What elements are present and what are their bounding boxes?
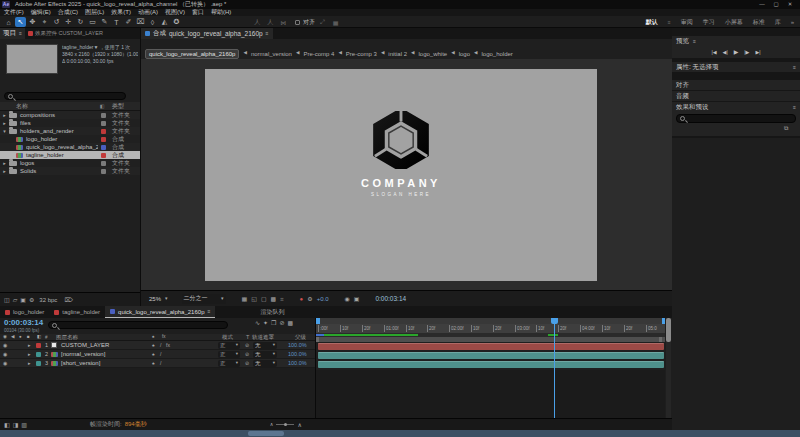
panel-menu-icon[interactable]: ≡ (793, 65, 796, 70)
work-area-start-handle[interactable] (316, 337, 319, 342)
layer-name[interactable]: [short_version] (61, 360, 100, 366)
quality-slash-icon[interactable]: / (160, 352, 161, 357)
timeline-zoom-slider[interactable] (276, 424, 294, 425)
brush-tool[interactable]: ✐ (123, 17, 134, 27)
mode-dropdown[interactable]: 正 ▾ (218, 360, 240, 367)
workspace-menu-icon[interactable]: ≡ (668, 20, 671, 25)
mode-dropdown[interactable]: 正 ▾ (218, 351, 240, 358)
timeline-tab-tagline-holder[interactable]: tagline_holder (49, 306, 105, 318)
puppet-pin-tool[interactable]: ✪ (171, 17, 182, 27)
channel-icon[interactable]: ● (300, 296, 304, 302)
quality-slash-icon[interactable]: / (160, 343, 161, 348)
twirl-icon[interactable]: ▸ (28, 343, 31, 348)
breadcrumb-item[interactable]: Pre-comp 3 (346, 51, 377, 57)
maximize-button[interactable]: ▢ (770, 1, 782, 8)
current-timecode[interactable]: 0:00:03:14 (4, 318, 43, 327)
pan-camera-tool[interactable]: ✛ (63, 17, 74, 27)
home-icon[interactable]: ⌂ (3, 17, 14, 27)
workspace-tab-default[interactable]: 默认 (646, 18, 658, 27)
label-chip[interactable] (101, 113, 106, 118)
bottom-bar-thumb[interactable] (248, 431, 284, 436)
track-matte-dropdown[interactable]: 无 ▾ (253, 342, 277, 349)
transparency-grid-icon[interactable]: ▩ (271, 296, 277, 302)
trash-icon[interactable]: ⌦ (64, 297, 72, 303)
audio-panel-header[interactable]: 音频 (672, 91, 800, 101)
layer-row-3[interactable]: ◉ ▸ 3 [short_version] ♠ / 正 ▾ ⊘ 无 ▾ 100.… (0, 359, 315, 368)
eye-toggle[interactable]: ◉ (3, 352, 7, 357)
quality-slash-icon[interactable]: / (160, 361, 161, 366)
region-of-interest-icon[interactable]: ▢ (261, 296, 267, 302)
play-button[interactable]: ▶ (734, 49, 739, 55)
guides-options-icon[interactable]: ⌗ (280, 296, 283, 302)
layer-bar-2[interactable] (318, 352, 664, 359)
twirl-icon[interactable]: ▸ (28, 352, 31, 357)
person-icon[interactable]: 人 (265, 17, 276, 27)
viewer-canvas[interactable]: COMPANY SLOGAN HERE (141, 59, 672, 290)
layer-name[interactable]: [normal_version] (61, 351, 105, 357)
mask-group-icon[interactable]: ⋈ (278, 17, 289, 27)
panel-menu-icon[interactable]: ≡ (266, 31, 269, 36)
column-type[interactable]: 类型 (112, 102, 124, 111)
project-search-input[interactable] (4, 92, 126, 100)
draft-3d-icon[interactable]: ✦ (263, 320, 268, 326)
eraser-tool[interactable]: ◊ (147, 17, 158, 27)
previous-frame-button[interactable]: ◀| (723, 50, 728, 55)
clone-stamp-tool[interactable]: ⌧ (135, 17, 146, 27)
label-chip[interactable] (101, 129, 106, 134)
close-button[interactable]: ✕ (784, 1, 796, 8)
label-chip[interactable] (101, 137, 106, 142)
tab-composition-viewer[interactable]: 合成 quick_logo_reveal_alpha_2160p ≡ (141, 28, 273, 39)
hand-tool[interactable]: ✥ (27, 17, 38, 27)
mask-shape-tool[interactable]: ▭ (87, 17, 98, 27)
eye-toggle[interactable]: ◉ (3, 343, 7, 348)
snap-label[interactable]: 对齐 (303, 18, 315, 27)
viewer-current-time[interactable]: 0:00:03:14 (375, 295, 406, 302)
snap-expand-icon[interactable]: ⤢ (317, 17, 328, 27)
zoom-in-mountain-icon[interactable]: ∧ (297, 422, 301, 428)
panel-menu-icon[interactable]: ≡ (19, 31, 22, 36)
effects-search-input[interactable] (676, 114, 796, 123)
interpret-footage-icon[interactable]: ◫ (4, 297, 10, 303)
track-matte-dropdown[interactable]: 无 ▾ (253, 360, 277, 367)
panel-menu-icon[interactable]: ≡ (693, 39, 696, 44)
column-parent[interactable]: 父级 (295, 334, 306, 341)
column-mode[interactable]: 模式 (222, 334, 233, 341)
shy-layers-icon[interactable]: ❐ (271, 320, 276, 326)
properties-panel-header[interactable]: 属性: 无选择项 ≡ (672, 62, 800, 72)
mask-visibility-icon[interactable]: ◱ (251, 296, 257, 302)
layer-bar-3[interactable] (318, 361, 664, 368)
stretch-value[interactable]: 100.0% (288, 360, 307, 366)
column-layer-name[interactable]: 图层名称 (56, 334, 78, 341)
project-row[interactable]: ▸ Solids 文件夹 (0, 167, 140, 175)
track-matte-icon[interactable]: ⊘ (245, 361, 249, 366)
new-composition-icon[interactable]: ▣ (20, 297, 26, 303)
twirl-icon[interactable]: ▾ (0, 129, 9, 134)
breadcrumb-item[interactable]: initial 2 (388, 51, 407, 57)
workspace-tab-libraries[interactable]: 库 (775, 18, 781, 27)
layer-name[interactable]: CUSTOM_LAYER (61, 342, 109, 348)
orbit-camera-tool[interactable]: ↺ (51, 17, 62, 27)
mode-dropdown[interactable]: 正 ▾ (218, 342, 240, 349)
rotation-tool[interactable]: ↻ (75, 17, 86, 27)
magnification-value[interactable]: 25% (149, 296, 161, 302)
minimize-button[interactable]: — (756, 1, 768, 8)
breadcrumb-item[interactable]: logo_holder (481, 51, 512, 57)
timeline-search-input[interactable] (48, 321, 228, 329)
fx-switch-icon[interactable]: fx (166, 343, 170, 348)
time-ruler[interactable]: :00f 10f 20f 01:00f 10f 20f 02:00f 10f 2… (316, 324, 665, 334)
magnification-dropdown-icon[interactable]: ▾ (165, 296, 168, 301)
resolution-dropdown[interactable]: 二分之一 ▾ (182, 294, 226, 304)
eye-toggle[interactable]: ◉ (3, 361, 7, 366)
tab-effect-controls[interactable]: 效果控件 CUSTOM_LAYER (25, 28, 106, 39)
frame-blending-icon[interactable]: ⊘ (279, 320, 284, 326)
scrollbar-thumb[interactable] (666, 318, 671, 342)
type-tool[interactable]: T (111, 17, 122, 27)
effects-presets-panel-header[interactable]: 效果和预设 ≡ (672, 102, 800, 112)
track-matte-dropdown[interactable]: 无 ▾ (253, 351, 277, 358)
grid-guides-icon[interactable]: ▦ (242, 296, 248, 302)
pen-tool[interactable]: ✎ (99, 17, 110, 27)
snapshot-icon[interactable]: ◉ (344, 296, 349, 302)
panel-menu-icon[interactable]: ≡ (207, 309, 210, 314)
zoom-tool[interactable]: ⌖ (39, 17, 50, 27)
quality-switch-icon[interactable]: ♠ (152, 343, 155, 348)
